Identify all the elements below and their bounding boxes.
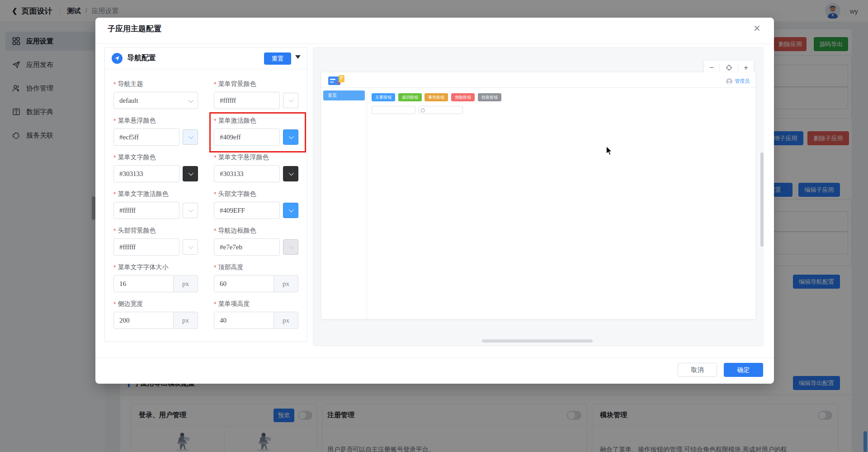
field-menu-item-height: *菜单项高度 40 px	[214, 300, 298, 329]
menu-hover-color-input[interactable]: #ecf5ff	[113, 128, 179, 146]
reset-button[interactable]: 重置	[264, 52, 291, 65]
nav-config-header: 导航配置 重置	[105, 48, 307, 69]
nav-config-panel: 导航配置 重置 *导航主题 default *菜单背景颜色 #ffffff *菜…	[104, 47, 307, 342]
chevron-down-icon	[289, 97, 294, 102]
theme-preview-panel: − + 管理员 首页 主要按钮 成功按钮 警告按钮 危	[313, 47, 764, 346]
preview-stage: 管理员 首页 主要按钮 成功按钮 警告按钮 危险按钮 信息按钮	[321, 72, 755, 319]
color-swatch[interactable]	[183, 203, 198, 218]
warning-button[interactable]: 警告按钮	[425, 93, 448, 101]
menu-font-size-input[interactable]: 16	[113, 275, 174, 292]
field-header-text-color: *头部文字颜色 #409EFF	[214, 190, 298, 219]
calendar-icon	[421, 108, 425, 112]
zoom-fit-icon[interactable]	[726, 64, 732, 71]
theme-config-modal: 子应用主题配置 × 导航配置 重置 *导航主题 default *菜单背景颜色 …	[95, 18, 774, 384]
menu-text-active-color-input[interactable]: #ffffff	[113, 202, 179, 219]
field-top-height: *顶部高度 60 px	[214, 263, 298, 292]
danger-button[interactable]: 危险按钮	[451, 93, 475, 101]
success-button[interactable]: 成功按钮	[398, 93, 422, 101]
nav-theme-select[interactable]: default	[113, 92, 198, 109]
header-bg-color-input[interactable]: #ffffff	[113, 238, 179, 256]
toolbar-separator	[719, 64, 720, 71]
field-nav-theme: *导航主题 default	[113, 80, 198, 109]
chevron-down-icon	[189, 134, 193, 139]
modal-footer-divider	[95, 357, 774, 358]
px-suffix: px	[174, 275, 198, 292]
px-suffix: px	[274, 275, 298, 292]
color-swatch[interactable]	[283, 203, 298, 218]
admin-avatar-icon	[726, 78, 732, 85]
modal-header-divider	[95, 43, 774, 44]
nav-config-form: *导航主题 default *菜单背景颜色 #ffffff *菜单悬浮颜色 #e…	[113, 69, 298, 329]
zoom-in-button[interactable]: +	[744, 64, 748, 71]
preview-sidebar-divider	[367, 88, 367, 319]
menu-active-color-input[interactable]: #409eff	[214, 128, 280, 146]
field-menu-hover-color: *菜单悬浮颜色 #ecf5ff	[113, 116, 198, 146]
field-menu-text-color: *菜单文字颜色 #303133	[113, 153, 198, 182]
field-header-bg-color: *头部背景颜色 #ffffff	[113, 226, 198, 256]
color-swatch[interactable]	[283, 129, 298, 145]
menu-text-hover-color-input[interactable]: #303133	[214, 165, 280, 182]
px-suffix: px	[274, 312, 298, 329]
primary-button[interactable]: 主要按钮	[372, 93, 395, 101]
zoom-out-button[interactable]: −	[709, 64, 714, 71]
color-swatch[interactable]	[183, 239, 198, 255]
chevron-down-icon	[289, 244, 294, 249]
app-logo-icon	[328, 75, 348, 86]
side-width-input[interactable]: 200	[113, 312, 174, 329]
chevron-down-icon	[289, 171, 294, 176]
preview-app-header	[321, 72, 755, 88]
field-menu-font-size: *菜单文字字体大小 16 px	[113, 263, 198, 292]
px-suffix: px	[174, 312, 198, 329]
confirm-button[interactable]: 确定	[724, 363, 763, 377]
field-nav-border-color: *导航边框颜色 #e7e7eb	[214, 226, 298, 256]
nav-config-title: 导航配置	[127, 53, 156, 63]
field-menu-text-hover-color: *菜单文字悬浮颜色 #303133	[214, 153, 298, 182]
chevron-down-icon	[289, 134, 294, 139]
chevron-down-icon	[189, 171, 193, 176]
field-menu-active-color: *菜单激活颜色 #409eff	[214, 116, 298, 146]
info-button[interactable]: 信息按钮	[478, 93, 501, 101]
close-icon[interactable]: ×	[754, 22, 760, 34]
modal-title: 子应用主题配置	[108, 24, 161, 34]
chevron-down-icon	[289, 207, 294, 212]
nav-border-color-input[interactable]: #e7e7eb	[214, 238, 280, 256]
modal-scrollbar[interactable]	[760, 152, 764, 247]
admin-label: 管理员	[735, 78, 750, 85]
menu-item-height-input[interactable]: 40	[214, 312, 274, 329]
color-swatch[interactable]	[283, 93, 298, 108]
preview-text-input[interactable]	[372, 106, 415, 114]
color-swatch[interactable]	[283, 166, 298, 181]
chevron-down-icon	[189, 207, 193, 212]
chevron-down-icon	[189, 98, 193, 103]
header-text-color-input[interactable]: #409EFF	[214, 202, 280, 219]
preview-date-input[interactable]	[418, 106, 463, 114]
chevron-down-icon	[189, 244, 193, 249]
preview-horizontal-scrollbar[interactable]	[482, 339, 593, 343]
top-height-input[interactable]: 60	[214, 275, 274, 292]
navigation-icon	[112, 53, 123, 64]
menu-text-color-input[interactable]: #303133	[113, 165, 179, 182]
preview-home-menu-item[interactable]: 首页	[323, 90, 365, 100]
cancel-button[interactable]: 取消	[678, 363, 717, 377]
color-swatch[interactable]	[183, 129, 198, 145]
field-menu-text-active-color: *菜单文字激活颜色 #ffffff	[113, 190, 198, 219]
menu-bg-color-input[interactable]: #ffffff	[214, 92, 280, 109]
preview-admin-user: 管理员	[726, 78, 750, 85]
caret-down-icon[interactable]	[295, 55, 301, 59]
field-side-width: *侧边宽度 200 px	[113, 300, 198, 329]
field-menu-bg-color: *菜单背景颜色 #ffffff	[214, 80, 298, 109]
color-swatch[interactable]	[183, 166, 198, 181]
toolbar-separator	[738, 64, 738, 71]
color-swatch[interactable]	[283, 239, 298, 255]
